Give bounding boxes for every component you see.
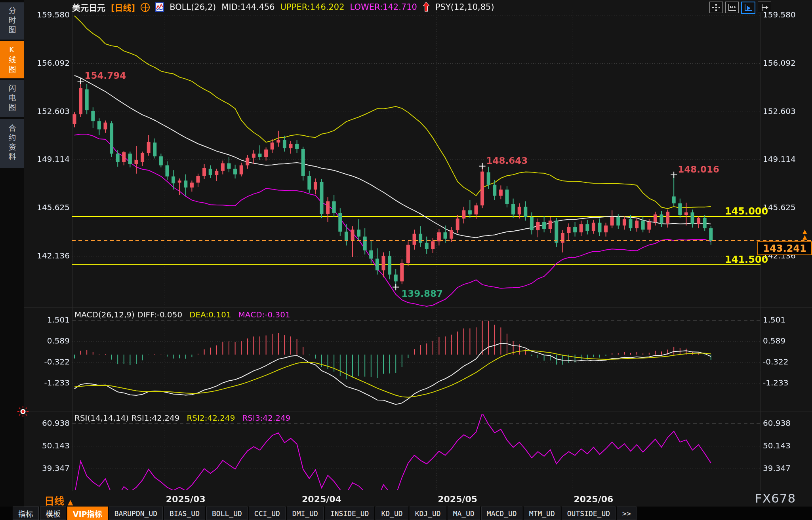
y-axis-label-left: 152.603 <box>25 106 70 116</box>
macd-hist-value: MACD:-0.301 <box>238 310 290 319</box>
y-axis-label-right: -0.322 <box>763 357 788 366</box>
boll-upper-value: UPPER:146.202 <box>280 2 345 12</box>
last-price-arrows-icon: ▲▲ <box>802 229 807 240</box>
chart-toolbar <box>709 2 771 14</box>
rsi2-value: RSI2:42.249 <box>187 413 235 423</box>
bottom-tab[interactable]: MTM_UD <box>524 507 560 520</box>
bottom-tab[interactable]: KD_UD <box>376 507 408 520</box>
y-axis-label-right: 159.580 <box>763 10 796 19</box>
macd-pane-header: MACD(26,12,9) DIFF:-0.050DEA:0.101MACD:-… <box>74 310 290 319</box>
chart-type-icon[interactable] <box>155 2 164 12</box>
bottom-tab[interactable]: >> <box>617 507 637 520</box>
x-axis-date-label: 2025/06 <box>574 494 613 504</box>
y-axis-label-left: -1.233 <box>25 378 70 387</box>
y-axis-label-right: -1.233 <box>763 378 788 387</box>
bottom-tab[interactable]: 模板 <box>40 507 66 520</box>
pan-move-button[interactable] <box>709 2 723 13</box>
chart-window: 分时图 K线图 闪电图 合约资料 美元日元 [日线] BOLL(26,2) MI… <box>0 0 812 520</box>
bottom-tab[interactable]: CCI_UD <box>249 507 286 520</box>
x-axis-date-label: 2025/05 <box>438 494 477 504</box>
high-annotation: 148.643 <box>486 156 528 166</box>
bottom-tab[interactable]: MACD_UD <box>481 507 522 520</box>
last-price-box: 143.241 <box>757 241 812 255</box>
bottom-tab[interactable]: OUTSIDE_UD <box>562 507 616 520</box>
boll-indicator-label: BOLL(26,2) <box>170 2 216 12</box>
low-annotation: 139.887 <box>401 288 443 299</box>
y-axis-label-left: 0.589 <box>25 336 70 345</box>
boll-mid-value: MID:144.456 <box>221 2 274 12</box>
y-axis-label-left: 159.580 <box>25 10 70 19</box>
boll-lower-value: LOWER:142.710 <box>350 2 417 12</box>
y-axis-label-right: 149.114 <box>763 154 796 164</box>
y-axis-label-left: 145.625 <box>25 203 70 212</box>
y-axis-label-left: -0.322 <box>25 357 70 366</box>
rsi-pane-header: RSI(14,14,14) RSI1:42.249RSI2:42.249RSI3… <box>74 413 290 423</box>
y-axis-label-left: 50.143 <box>25 441 70 450</box>
bottom-tab[interactable]: DMI_UD <box>287 507 324 520</box>
y-axis-label-left: 1.501 <box>25 315 70 325</box>
macd-diff-value: MACD(26,12,9) DIFF:-0.050 <box>74 310 182 319</box>
y-axis-label-left: 39.347 <box>25 463 70 473</box>
y-axis-label-left: 142.136 <box>25 251 70 260</box>
symbol-title: 美元日元 <box>72 1 105 13</box>
resistance-level-label: 145.000 <box>725 206 768 217</box>
x-axis-date-label: 2025/04 <box>302 494 341 504</box>
bottom-tab-active[interactable]: VIP指标 <box>67 507 108 520</box>
triangle-up-icon: ▲ <box>68 498 73 506</box>
high-annotation: 148.016 <box>678 164 719 175</box>
period-selector[interactable]: 日线 ▲ <box>44 493 73 507</box>
bottom-tab[interactable]: MA_UD <box>448 507 480 520</box>
y-axis-label-left: 149.114 <box>25 154 70 164</box>
y-axis-label-right: 0.589 <box>763 336 785 345</box>
fit-horizontal-button[interactable] <box>725 2 739 13</box>
sidebar-tab-contract-info[interactable]: 合约资料 <box>0 119 24 168</box>
y-axis-label-right: 60.938 <box>763 418 791 428</box>
high-annotation: 154.794 <box>85 70 126 81</box>
rsi1-value: RSI(14,14,14) RSI1:42.249 <box>74 413 179 423</box>
indicator-tab-bar: 指标模板VIP指标BARUPDN_UDBIAS_UDBOLL_UDCCI_UDD… <box>0 507 812 520</box>
period-tag[interactable]: [日线] <box>111 1 135 13</box>
y-axis-label-right: 1.501 <box>763 315 785 325</box>
sidebar-tab-lightning-chart[interactable]: 闪电图 <box>0 80 24 117</box>
y-axis-label-right: 50.143 <box>763 441 791 450</box>
bottom-tab[interactable]: BARUPDN_UD <box>109 507 163 520</box>
rsi3-value: RSI3:42.249 <box>242 413 290 423</box>
psy-indicator-label: PSY(12,10,85) <box>435 2 494 12</box>
y-axis-label-left: 60.938 <box>25 418 70 428</box>
bottom-tab[interactable]: INSIDE_UD <box>325 507 375 520</box>
macd-dea-value: DEA:0.101 <box>189 310 231 319</box>
bottom-tab[interactable]: BIAS_UD <box>164 507 205 520</box>
auto-scale-play-button[interactable] <box>741 2 755 14</box>
chart-header: 美元日元 [日线] BOLL(26,2) MID:144.456 UPPER:1… <box>72 1 494 13</box>
y-axis-label-right: 39.347 <box>763 463 791 473</box>
y-axis-label-left: 156.092 <box>25 58 70 68</box>
y-axis-label-right: 156.092 <box>763 58 796 68</box>
bottom-tab[interactable]: BOLL_UD <box>206 507 248 520</box>
watermark: FX678 <box>755 491 796 505</box>
x-axis-date-label: 2025/03 <box>166 494 206 504</box>
support-level-label: 141.500 <box>725 254 768 265</box>
record-blink-icon <box>17 406 29 417</box>
y-axis-label-right: 152.603 <box>763 106 796 116</box>
bottom-tab[interactable]: 指标 <box>13 507 39 520</box>
bottom-tab[interactable]: KDJ_UD <box>410 507 446 520</box>
sidebar-tab-kline-chart[interactable]: K线图 <box>0 41 24 78</box>
crosshair-target-icon[interactable] <box>141 3 150 12</box>
left-sidebar: 分时图 K线图 闪电图 合约资料 <box>0 0 24 520</box>
sidebar-tab-time-chart[interactable]: 分时图 <box>0 2 24 40</box>
up-arrow-icon <box>423 2 430 12</box>
